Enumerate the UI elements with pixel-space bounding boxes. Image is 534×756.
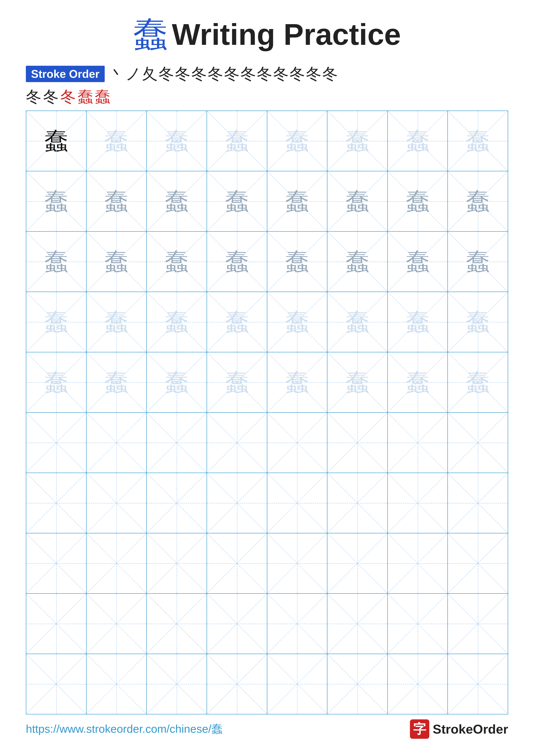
grid-cell-7-8[interactable] [447, 473, 508, 533]
grid-cell-6-3[interactable] [146, 413, 207, 473]
grid-cell-9-2[interactable] [87, 594, 147, 654]
char-light: 蠢 [285, 310, 309, 334]
grid-cell-1-4[interactable]: 蠢 [207, 111, 267, 171]
grid-cell-4-2[interactable]: 蠢 [87, 292, 147, 352]
stroke-sequence: 丶 ノ 夂 冬 冬 冬 冬 冬 冬 冬 冬 冬 冬 冬 [109, 65, 338, 83]
grid-cell-3-5[interactable]: 蠢 [267, 231, 327, 292]
grid-cell-3-4[interactable]: 蠢 [207, 231, 267, 292]
brand-icon: 字 [410, 719, 429, 739]
grid-row-5: 蠢 蠢 蠢 蠢 蠢 [26, 352, 508, 413]
grid-cell-10-7[interactable] [388, 654, 448, 714]
stroke-17: 冬 [60, 88, 76, 106]
grid-cell-8-7[interactable] [388, 533, 448, 594]
grid-cell-3-2[interactable]: 蠢 [87, 231, 147, 292]
grid-cell-7-6[interactable] [327, 473, 388, 533]
grid-cell-10-6[interactable] [327, 654, 388, 714]
grid-cell-2-6[interactable]: 蠢 [327, 171, 388, 231]
grid-cell-2-4[interactable]: 蠢 [207, 171, 267, 231]
grid-cell-8-8[interactable] [447, 533, 508, 594]
grid-cell-8-4[interactable] [207, 533, 267, 594]
grid-cell-1-7[interactable]: 蠢 [388, 111, 448, 171]
grid-cell-6-4[interactable] [207, 413, 267, 473]
grid-cell-7-1[interactable] [26, 473, 87, 533]
char-light: 蠢 [225, 310, 249, 334]
grid-cell-10-4[interactable] [207, 654, 267, 714]
grid-cell-10-8[interactable] [447, 654, 508, 714]
grid-cell-4-6[interactable]: 蠢 [327, 292, 388, 352]
grid-cell-5-1[interactable]: 蠢 [26, 352, 87, 413]
grid-cell-10-2[interactable] [87, 654, 147, 714]
grid-cell-6-1[interactable] [26, 413, 87, 473]
grid-cell-1-5[interactable]: 蠢 [267, 111, 327, 171]
grid-cell-7-3[interactable] [146, 473, 207, 533]
grid-cell-4-7[interactable]: 蠢 [388, 292, 448, 352]
grid-cell-8-1[interactable] [26, 533, 87, 594]
grid-cell-4-4[interactable]: 蠢 [207, 292, 267, 352]
grid-cell-9-1[interactable] [26, 594, 87, 654]
grid-cell-8-2[interactable] [87, 533, 147, 594]
grid-cell-2-1[interactable]: 蠢 [26, 171, 87, 231]
grid-cell-4-1[interactable]: 蠢 [26, 292, 87, 352]
grid-cell-6-8[interactable] [447, 413, 508, 473]
stroke-16: 冬 [43, 88, 59, 106]
grid-cell-9-8[interactable] [447, 594, 508, 654]
char-light: 蠢 [345, 310, 369, 334]
grid-cell-9-4[interactable] [207, 594, 267, 654]
grid-cell-3-8[interactable]: 蠢 [447, 231, 508, 292]
grid-cell-5-8[interactable]: 蠢 [447, 352, 508, 413]
grid-cell-4-5[interactable]: 蠢 [267, 292, 327, 352]
grid-cell-1-6[interactable]: 蠢 [327, 111, 388, 171]
grid-cell-9-5[interactable] [267, 594, 327, 654]
grid-cell-5-2[interactable]: 蠢 [87, 352, 147, 413]
grid-cell-4-3[interactable]: 蠢 [146, 292, 207, 352]
grid-cell-9-7[interactable] [388, 594, 448, 654]
grid-cell-3-1[interactable]: 蠢 [26, 231, 87, 292]
grid-cell-1-1[interactable]: 蠢 [26, 111, 87, 171]
grid-cell-4-8[interactable]: 蠢 [447, 292, 508, 352]
grid-row-4: 蠢 蠢 蠢 蠢 蠢 [26, 292, 508, 352]
stroke-19: 蠢 [95, 88, 110, 106]
footer-url[interactable]: https://www.strokeorder.com/chinese/蠢 [26, 721, 222, 737]
grid-cell-1-2[interactable]: 蠢 [87, 111, 147, 171]
grid-cell-3-3[interactable]: 蠢 [146, 231, 207, 292]
grid-cell-5-7[interactable]: 蠢 [388, 352, 448, 413]
grid-cell-5-4[interactable]: 蠢 [207, 352, 267, 413]
grid-cell-5-6[interactable]: 蠢 [327, 352, 388, 413]
char-light: 蠢 [285, 370, 309, 394]
grid-cell-5-5[interactable]: 蠢 [267, 352, 327, 413]
grid-cell-9-6[interactable] [327, 594, 388, 654]
grid-cell-2-8[interactable]: 蠢 [447, 171, 508, 231]
grid-cell-10-3[interactable] [146, 654, 207, 714]
grid-cell-5-3[interactable]: 蠢 [146, 352, 207, 413]
grid-cell-2-2[interactable]: 蠢 [87, 171, 147, 231]
grid-cell-8-6[interactable] [327, 533, 388, 594]
grid-cell-7-2[interactable] [87, 473, 147, 533]
page: 蠢 Writing Practice Stroke Order 丶 ノ 夂 冬 … [0, 0, 534, 756]
grid-cell-7-4[interactable] [207, 473, 267, 533]
grid-cell-2-3[interactable]: 蠢 [146, 171, 207, 231]
grid-cell-10-5[interactable] [267, 654, 327, 714]
char-medium: 蠢 [466, 189, 490, 213]
char-light: 蠢 [165, 370, 189, 394]
grid-cell-7-5[interactable] [267, 473, 327, 533]
char-medium: 蠢 [165, 250, 189, 274]
grid-cell-6-5[interactable] [267, 413, 327, 473]
char-light: 蠢 [406, 310, 429, 334]
grid-cell-3-6[interactable]: 蠢 [327, 231, 388, 292]
grid-cell-1-8[interactable]: 蠢 [447, 111, 508, 171]
grid-cell-8-3[interactable] [146, 533, 207, 594]
title-character: 蠢 [133, 17, 167, 52]
grid-cell-6-2[interactable] [87, 413, 147, 473]
grid-cell-6-7[interactable] [388, 413, 448, 473]
grid-cell-7-7[interactable] [388, 473, 448, 533]
grid-cell-9-3[interactable] [146, 594, 207, 654]
grid-cell-6-6[interactable] [327, 413, 388, 473]
grid-cell-2-5[interactable]: 蠢 [267, 171, 327, 231]
stroke-10: 冬 [257, 65, 272, 83]
grid-cell-1-3[interactable]: 蠢 [146, 111, 207, 171]
stroke-1: 丶 [109, 65, 124, 83]
grid-cell-3-7[interactable]: 蠢 [388, 231, 448, 292]
grid-cell-2-7[interactable]: 蠢 [388, 171, 448, 231]
grid-cell-8-5[interactable] [267, 533, 327, 594]
grid-cell-10-1[interactable] [26, 654, 87, 714]
